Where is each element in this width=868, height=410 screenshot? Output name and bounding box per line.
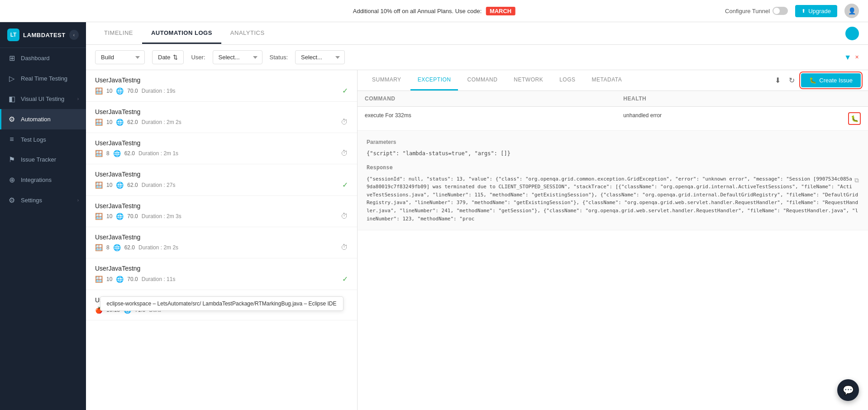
- command-cell: execute For 332ms: [358, 107, 616, 131]
- command-table: Command Health execute For 332ms unhandl…: [358, 91, 868, 230]
- test-name: UserJavaTestng: [95, 234, 140, 241]
- tooltip-box: eclipse-workspace – LetsAutomate/src/ La…: [100, 296, 343, 311]
- settings-chevron-icon: ›: [77, 198, 79, 203]
- integrations-icon: ⊕: [7, 176, 16, 184]
- browser-icon: 🌐: [116, 213, 124, 220]
- configure-tunnel[interactable]: Configure Tunnel: [725, 7, 788, 15]
- test-item[interactable]: UserJavaTestng 🪟 10 🌐 70.0 Duration : 2m…: [86, 196, 357, 227]
- detail-tab-actions: ⬇ ↻ 🐛 Create Issue: [773, 73, 861, 87]
- browser-version: 62.0: [124, 244, 135, 251]
- table-row[interactable]: execute For 332ms unhandled error 🐛: [358, 107, 868, 131]
- dashboard-icon: ⊞: [7, 54, 16, 62]
- detail-tab-network[interactable]: NETWORK: [506, 70, 550, 91]
- test-status-pass: ✓: [342, 86, 348, 95]
- status-label: Status:: [270, 54, 288, 61]
- tab-automation-logs[interactable]: AUTOMATION LOGS: [142, 23, 221, 44]
- os-version: 10: [106, 88, 112, 94]
- user-select[interactable]: Select...: [213, 50, 262, 64]
- detail-tabs: SUMMARY EXCEPTION COMMAND NETWORK LOGS M…: [358, 70, 868, 91]
- command-header: Command: [358, 91, 616, 107]
- sidebar-item-settings[interactable]: ⚙ Settings ›: [0, 190, 86, 210]
- top-banner: Additional 10% off on all Annual Plans. …: [0, 0, 868, 22]
- test-item[interactable]: UserJavaTestng 🪟 10 🌐 62.0 Duration : 27…: [86, 164, 357, 196]
- download-button[interactable]: ⬇: [773, 74, 782, 86]
- tab-analytics[interactable]: ANALYTICS: [221, 23, 274, 44]
- test-duration: Duration : 2m 3s: [142, 213, 181, 219]
- tab-action-circle[interactable]: [845, 27, 859, 40]
- sidebar-item-issue-tracker[interactable]: ⚑ Issue Tracker: [0, 149, 86, 170]
- detail-panel: SUMMARY EXCEPTION COMMAND NETWORK LOGS M…: [358, 70, 868, 410]
- logo-icon: LT: [7, 29, 19, 41]
- sidebar-item-visual-ui-testing[interactable]: ◧ Visual UI Testing ›: [0, 89, 86, 109]
- test-item[interactable]: UserJavaTestng 🪟 10 🌐 62.0 Duration : 2m…: [86, 102, 357, 133]
- tunnel-toggle[interactable]: [773, 7, 788, 15]
- tab-timeline[interactable]: TIMELINE: [95, 23, 142, 44]
- test-name: UserJavaTestng: [95, 108, 140, 115]
- os-icon: 🪟: [95, 150, 103, 157]
- test-item[interactable]: UserJavaTestng 🪟 10 🌐 70.0 Duration : 11…: [86, 258, 357, 290]
- test-item[interactable]: UserJavaTestng 🍎 10.13 🌐 71.0 Dura eclip…: [86, 290, 357, 320]
- real-time-testing-icon: ▷: [7, 74, 16, 83]
- browser-icon: 🌐: [113, 244, 121, 251]
- copy-icon[interactable]: ⧉: [854, 175, 859, 185]
- status-select[interactable]: Select...: [295, 50, 345, 64]
- detail-tab-command[interactable]: COMMAND: [460, 70, 505, 91]
- error-badge[interactable]: 🐛: [848, 112, 861, 125]
- build-select[interactable]: Build: [95, 50, 145, 64]
- filter-clear-icon[interactable]: ✕: [855, 54, 859, 60]
- refresh-button[interactable]: ↻: [787, 74, 796, 86]
- detail-tab-metadata[interactable]: METADATA: [585, 70, 630, 91]
- browser-version: 62.0: [127, 119, 138, 125]
- test-duration: Duration : 2m 2s: [142, 119, 181, 125]
- test-duration: Duration : 11s: [142, 276, 176, 282]
- upgrade-button[interactable]: Upgrade: [795, 5, 837, 17]
- main-layout: LT LAMBDATEST ‹ ⊞ Dashboard ▷ Real Time …: [0, 22, 868, 410]
- create-issue-button[interactable]: 🐛 Create Issue: [801, 73, 861, 87]
- browser-version: 62.0: [127, 182, 138, 188]
- sidebar-item-test-logs[interactable]: ≡ Test Logs: [0, 129, 86, 149]
- browser-icon: 🌐: [113, 150, 121, 157]
- detail-tab-logs[interactable]: LOGS: [552, 70, 582, 91]
- header-actions: Configure Tunnel Upgrade 👤: [725, 4, 859, 18]
- os-icon: 🪟: [95, 87, 103, 95]
- sidebar-item-integrations[interactable]: ⊕ Integrations: [0, 170, 86, 190]
- filter-icon: ⇅: [173, 54, 178, 61]
- sidebar-item-automation[interactable]: ⚙ Automation: [0, 109, 86, 129]
- os-icon: 🪟: [95, 213, 103, 220]
- action-header: [841, 91, 868, 107]
- sidebar-item-dashboard[interactable]: ⊞ Dashboard: [0, 48, 86, 68]
- promo-code-badge: MARCH: [486, 7, 515, 15]
- avatar[interactable]: 👤: [844, 4, 859, 18]
- test-duration: Duration : 2m 2s: [138, 244, 178, 251]
- date-filter[interactable]: Date ⇅: [152, 50, 184, 64]
- create-issue-icon: 🐛: [809, 77, 816, 84]
- browser-version: 70.0: [127, 276, 138, 282]
- sidebar-toggle[interactable]: ‹: [69, 30, 79, 40]
- os-version: 10: [106, 182, 112, 188]
- chat-button[interactable]: 💬: [837, 379, 859, 401]
- content-area: TIMELINE AUTOMATION LOGS ANALYTICS Build…: [86, 22, 868, 410]
- sidebar: LT LAMBDATEST ‹ ⊞ Dashboard ▷ Real Time …: [0, 22, 86, 410]
- test-duration: Duration : 27s: [142, 182, 176, 188]
- test-name: UserJavaTestng: [95, 76, 140, 84]
- sidebar-item-real-time-testing[interactable]: ▷ Real Time Testing: [0, 68, 86, 89]
- os-icon: 🪟: [95, 181, 103, 189]
- detail-tab-exception[interactable]: EXCEPTION: [410, 70, 458, 91]
- browser-icon: 🌐: [116, 276, 124, 283]
- detail-content: Command Health execute For 332ms unhandl…: [358, 91, 868, 410]
- action-cell: 🐛: [841, 107, 868, 131]
- filter-funnel-icon[interactable]: ▼: [844, 53, 851, 62]
- test-item[interactable]: UserJavaTestng 🪟 8 🌐 62.0 Duration : 2m …: [86, 133, 357, 164]
- promo-banner: Additional 10% off on all Annual Plans. …: [353, 8, 515, 14]
- test-status-pass: ✓: [342, 181, 348, 189]
- detail-tab-summary[interactable]: SUMMARY: [365, 70, 409, 91]
- issue-tracker-icon: ⚑: [7, 155, 16, 164]
- response-section: Response ⧉ {"sessionId": null, "status":…: [367, 163, 859, 223]
- command-expand-row: Parameters {"script": "lambda-status=tru…: [358, 131, 868, 230]
- browser-icon: 🌐: [116, 119, 124, 126]
- test-status-timeout: ⏱: [341, 149, 348, 157]
- test-duration: Duration : 19s: [142, 88, 176, 94]
- test-item[interactable]: UserJavaTestng 🪟 10 🌐 70.0 Duration : 19…: [86, 70, 357, 102]
- test-item[interactable]: UserJavaTestng 🪟 8 🌐 62.0 Duration : 2m …: [86, 227, 357, 258]
- os-icon: 🪟: [95, 119, 103, 126]
